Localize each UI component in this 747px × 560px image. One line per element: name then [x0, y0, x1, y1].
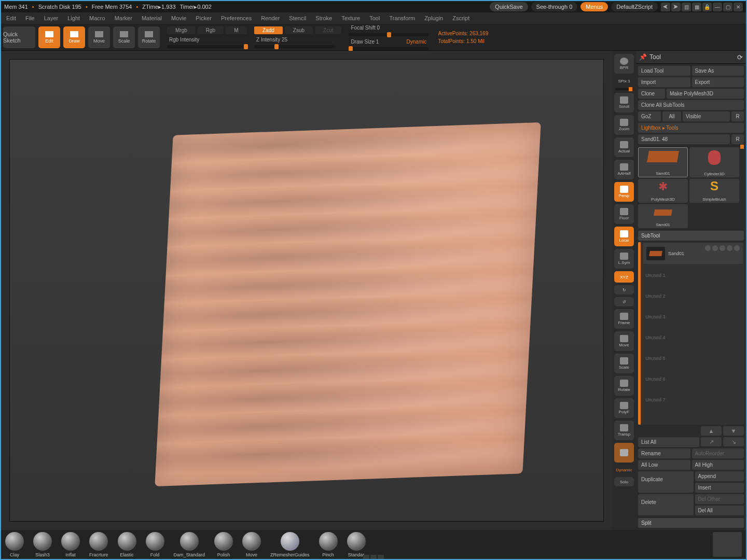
append-button[interactable]: Append	[695, 471, 744, 481]
defaultzscript-button[interactable]: DefaultZScript	[611, 2, 658, 11]
rename-button[interactable]: Rename	[638, 449, 690, 458]
menu-stencil[interactable]: Stencil	[286, 14, 309, 22]
seethrough-slider[interactable]: See-through 0	[531, 2, 578, 11]
menu-edit[interactable]: Edit	[3, 14, 19, 22]
brush-fold[interactable]: Fold	[146, 532, 164, 557]
all-low-button[interactable]: All Low	[638, 460, 690, 470]
aahalf-button[interactable]: AAHalf	[614, 160, 634, 179]
zoom-button[interactable]: Zoom	[614, 115, 634, 135]
spix-slider[interactable]	[616, 88, 632, 90]
draw-size-slider[interactable]	[349, 47, 428, 50]
mrgb-chip[interactable]: Mrgb	[167, 26, 196, 34]
lightbox-tools-header[interactable]: Lightbox ▸ Tools	[638, 123, 744, 133]
rgb-chip[interactable]: Rgb	[198, 26, 224, 34]
pin-icon[interactable]: 📌	[639, 53, 646, 61]
floor-button[interactable]: Floor	[614, 204, 634, 224]
brush-damstandard[interactable]: Dam_Standard	[174, 532, 205, 557]
subtool-unused[interactable]: Unused 2	[642, 286, 744, 306]
current-brush-preview[interactable]	[713, 532, 742, 557]
tool-thumb-polymesh3d[interactable]: ✱PolyMesh3D	[638, 179, 688, 203]
subtool-unused[interactable]: Unused 3	[642, 306, 744, 327]
polyf-button[interactable]: PolyF	[614, 398, 634, 418]
move-down-button[interactable]: ▼	[723, 426, 744, 436]
brush-standard[interactable]: Standar	[347, 532, 366, 557]
menu-layer[interactable]: Layer	[41, 14, 62, 22]
split-header[interactable]: Split	[638, 518, 744, 528]
viewport-canvas[interactable]	[9, 59, 604, 522]
subtool-item-active[interactable]: Sand01	[643, 243, 743, 264]
local-button[interactable]: Local	[614, 227, 634, 246]
subtool-unused[interactable]: Unused 6	[642, 369, 744, 389]
reload-icon[interactable]: ⟳	[737, 53, 743, 61]
ghost-button[interactable]	[614, 443, 634, 463]
lock-icon[interactable]: 🔒	[702, 3, 712, 11]
bpr-button[interactable]: BPR	[614, 54, 634, 74]
all-button[interactable]: All	[662, 111, 681, 121]
insert-button[interactable]: Insert	[695, 483, 744, 493]
tool-thumb-simplebrush[interactable]: SSimpleBrush	[689, 179, 739, 203]
dynamic-label[interactable]: Dynamic	[405, 38, 429, 46]
list-all-button[interactable]: List All	[638, 437, 699, 447]
menu-material[interactable]: Material	[139, 14, 165, 22]
del-all-button[interactable]: Del All	[695, 506, 744, 515]
del-other-button[interactable]: Del Other	[695, 494, 744, 504]
tool-thumb-cylinder3d[interactable]: Cylinder3D	[689, 147, 739, 177]
clone-all-subtools-button[interactable]: Clone All SubTools	[638, 100, 744, 110]
brush-move[interactable]: Move	[242, 532, 261, 557]
subtool-header[interactable]: SubTool	[638, 231, 744, 241]
menu-zplugin[interactable]: Zplugin	[421, 14, 446, 22]
arrow-up2-icon[interactable]: ↗	[701, 437, 722, 446]
menu-preferences[interactable]: Preferences	[218, 14, 255, 22]
rotate-view-button[interactable]: Rotate	[614, 376, 634, 396]
brush-polish[interactable]: Polish	[214, 532, 233, 557]
save-as-button[interactable]: Save As	[692, 66, 744, 76]
history-fwd-icon[interactable]: ⮞	[671, 3, 681, 11]
subtool-unused[interactable]: Unused 1	[642, 265, 744, 286]
move-button[interactable]: Move	[88, 26, 110, 48]
edit-button[interactable]: Edit	[38, 26, 60, 48]
brush-elastic[interactable]: Elastic	[118, 532, 136, 557]
menus-toggle[interactable]: Menus	[580, 2, 608, 11]
menu-render[interactable]: Render	[258, 14, 283, 22]
brush-pinch[interactable]: Pinch	[319, 532, 338, 557]
delete-button[interactable]: Delete	[638, 494, 694, 515]
rgb-intensity-slider[interactable]	[167, 45, 247, 48]
brush-slash3[interactable]: Slash3	[33, 532, 52, 557]
menu-macro[interactable]: Macro	[86, 14, 108, 22]
r-button-2[interactable]: R	[731, 134, 744, 144]
lsym-button[interactable]: L.Sym	[614, 249, 634, 269]
menu-light[interactable]: Light	[64, 14, 83, 22]
z-intensity-slider[interactable]	[254, 45, 334, 48]
brush-fracture[interactable]: Fracrture	[89, 532, 108, 557]
close-icon[interactable]: ✕	[734, 3, 743, 11]
menu-marker[interactable]: Marker	[112, 14, 135, 22]
scale-button[interactable]: Scale	[113, 26, 135, 48]
zsub-chip[interactable]: Zsub	[285, 26, 313, 34]
m-chip[interactable]: M	[226, 26, 246, 34]
layout-b-icon[interactable]: ▦	[692, 3, 701, 11]
scale-view-button[interactable]: Scale	[614, 354, 634, 373]
tool-name-field[interactable]: Sand01. 48	[638, 134, 730, 144]
subtool-unused[interactable]: Unused 7	[642, 389, 744, 410]
menu-tool[interactable]: Tool	[366, 14, 383, 22]
menu-texture[interactable]: Texture	[338, 14, 363, 22]
make-polymesh3d-button[interactable]: Make PolyMesh3D	[667, 89, 744, 99]
all-high-button[interactable]: All High	[692, 460, 744, 470]
subtool-unused[interactable]: Unused 5	[642, 348, 744, 369]
menu-file[interactable]: File	[22, 14, 38, 22]
tool-thumb-sand01b[interactable]: Sand01	[638, 204, 688, 228]
subtool-unused[interactable]: Unused 4	[642, 327, 744, 348]
menu-stroke[interactable]: Stroke	[312, 14, 335, 22]
brush-clay[interactable]: Clay	[5, 532, 24, 557]
rot-z-icon[interactable]: ↺	[614, 297, 634, 306]
tray-arrows[interactable]	[363, 555, 384, 559]
subtool-scrollbar[interactable]	[638, 242, 641, 425]
move-up-button[interactable]: ▲	[701, 426, 722, 436]
menu-picker[interactable]: Picker	[192, 14, 215, 22]
scroll-button[interactable]: Scroll	[614, 93, 634, 113]
actual-button[interactable]: Actual	[614, 137, 634, 157]
subtool-vis-icons[interactable]	[705, 245, 740, 251]
quicksketch-button[interactable]: Quick Sketch	[3, 26, 35, 48]
clone-button[interactable]: Clone	[638, 89, 665, 99]
quicksave-button[interactable]: QuickSave	[490, 2, 528, 11]
